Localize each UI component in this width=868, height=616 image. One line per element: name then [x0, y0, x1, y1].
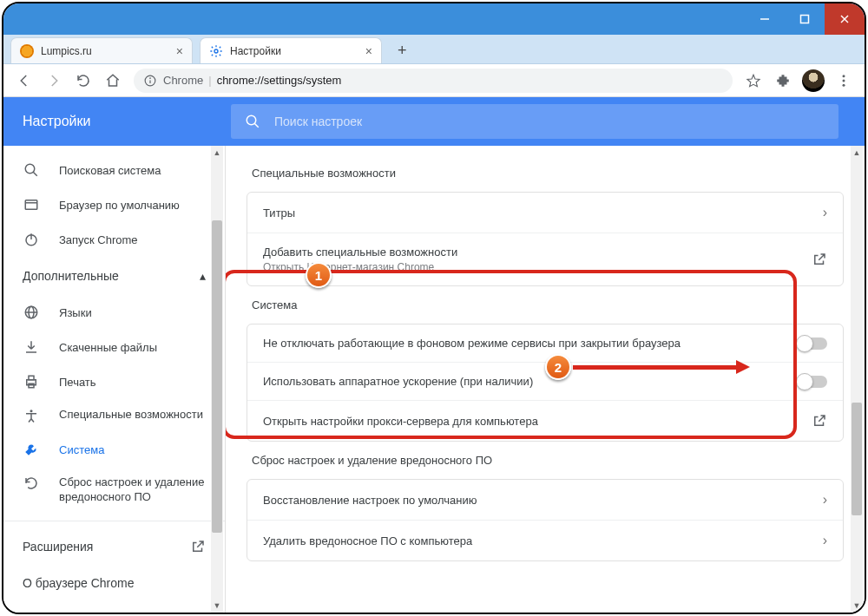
sidebar-item-downloads[interactable]: Скаченные файлы: [3, 330, 225, 364]
page-title: Настройки: [23, 114, 231, 129]
sidebar-label: Печать: [59, 376, 96, 389]
sidebar-scrollbar[interactable]: ▲ ▼: [211, 146, 223, 613]
back-button[interactable]: [10, 67, 38, 95]
tab-title: Настройки: [230, 45, 360, 57]
home-button[interactable]: [99, 67, 127, 95]
omnibox[interactable]: Chrome | chrome://settings/system: [134, 69, 733, 93]
tab-settings[interactable]: Настройки ×: [200, 37, 382, 63]
row-restore-defaults[interactable]: Восстановление настроек по умолчанию ›: [247, 480, 843, 520]
forward-button[interactable]: [40, 67, 68, 95]
toggle-background-apps[interactable]: [798, 337, 827, 350]
svg-rect-15: [25, 200, 37, 210]
svg-point-10: [843, 83, 845, 86]
sidebar-item-default-browser[interactable]: Браузер по умолчанию: [3, 187, 225, 222]
minimize-button[interactable]: [745, 3, 785, 35]
tab-lumpics[interactable]: Lumpics.ru ×: [10, 37, 193, 63]
wrench-icon: [23, 442, 40, 457]
chevron-right-icon: ›: [823, 533, 827, 548]
external-link-icon: [190, 539, 206, 554]
sidebar-item-languages[interactable]: Языки: [3, 295, 225, 330]
sidebar-item-on-startup[interactable]: Запуск Chrome: [3, 222, 225, 257]
sidebar-item-system[interactable]: Система: [3, 432, 225, 467]
svg-point-9: [843, 79, 845, 82]
profile-avatar[interactable]: [802, 69, 825, 92]
svg-line-14: [33, 172, 37, 176]
sidebar-label: Запуск Chrome: [59, 233, 138, 246]
row-cleanup-computer[interactable]: Удалить вредоносное ПО с компьютера ›: [247, 520, 843, 560]
row-sublabel: Открыть Интернет-магазин Chrome: [263, 261, 457, 273]
reset-icon: [23, 475, 40, 491]
section-title-system: Система: [247, 286, 844, 324]
close-button[interactable]: [825, 3, 865, 35]
section-reset: Восстановление настроек по умолчанию › У…: [247, 479, 844, 561]
extensions-button[interactable]: [769, 67, 797, 95]
external-link-icon: [812, 413, 827, 429]
download-icon: [23, 339, 40, 355]
sidebar-link-about[interactable]: О браузере Chrome: [3, 565, 225, 601]
row-add-accessibility[interactable]: Добавить специальные возможности Открыть…: [247, 233, 843, 285]
settings-page: Настройки Поиск настроек Поисковая систе…: [3, 97, 865, 613]
menu-button[interactable]: [830, 67, 858, 95]
row-background-apps[interactable]: Не отключать работающие в фоновом режиме…: [247, 324, 843, 362]
reload-button[interactable]: [69, 67, 97, 95]
settings-search-input[interactable]: Поиск настроек: [231, 104, 838, 139]
section-system: Не отключать работающие в фоновом режиме…: [247, 324, 844, 442]
power-icon: [23, 232, 40, 247]
settings-topbar: Настройки Поиск настроек: [3, 97, 865, 146]
sidebar-label: Скаченные файлы: [59, 341, 157, 354]
sidebar-group-label: Дополнительные: [23, 269, 119, 283]
chevron-right-icon: ›: [823, 205, 827, 220]
section-title-accessibility: Специальные возможности: [247, 154, 844, 192]
globe-icon: [23, 305, 40, 320]
tab-close-icon[interactable]: ×: [365, 44, 372, 58]
row-label: Восстановление настроек по умолчанию: [263, 494, 477, 507]
toggle-hardware-acceleration[interactable]: [798, 376, 827, 388]
panel-scrollbar[interactable]: ▲ ▼: [851, 146, 863, 613]
row-hardware-acceleration[interactable]: Использовать аппаратное ускорение (при н…: [247, 362, 843, 400]
window-titlebar: [3, 3, 865, 35]
omnibox-url: chrome://settings/system: [217, 74, 342, 87]
row-proxy-settings[interactable]: Открыть настройки прокси-сервера для ком…: [247, 400, 843, 441]
accessibility-icon: [23, 408, 40, 423]
print-icon: [23, 374, 40, 390]
external-link-icon: [812, 252, 827, 267]
sidebar-label: Система: [59, 443, 104, 456]
row-label: Добавить специальные возможности: [263, 246, 457, 259]
site-info-icon[interactable]: [144, 75, 156, 87]
sidebar-label: Браузер по умолчанию: [59, 199, 180, 212]
row-label: Использовать аппаратное ускорение (при н…: [263, 375, 533, 388]
settings-panel: Специальные возможности Титры › Добавить…: [226, 146, 865, 613]
svg-rect-23: [29, 376, 34, 380]
sidebar-item-printing[interactable]: Печать: [3, 364, 225, 399]
sidebar-group-advanced[interactable]: Дополнительные ▴: [3, 257, 225, 295]
svg-point-8: [843, 75, 845, 77]
settings-favicon: [209, 44, 223, 58]
chevron-up-icon: ▴: [200, 269, 206, 283]
svg-line-12: [254, 123, 259, 128]
search-icon: [23, 162, 40, 178]
sidebar-item-reset[interactable]: Сброс настроек и удаление вредоносного П…: [3, 467, 225, 514]
sidebar-label: Расширения: [23, 540, 93, 554]
row-captions[interactable]: Титры ›: [247, 193, 843, 233]
sidebar-label: Сброс настроек и удаление вредоносного П…: [59, 475, 206, 505]
sidebar-label: О браузере Chrome: [23, 576, 135, 590]
tabstrip: Lumpics.ru × Настройки × +: [3, 35, 865, 64]
sidebar-link-extensions[interactable]: Расширения: [3, 528, 225, 565]
sidebar-item-search-engine[interactable]: Поисковая система: [3, 153, 225, 187]
tab-title: Lumpics.ru: [41, 45, 171, 57]
tab-close-icon[interactable]: ×: [176, 44, 183, 58]
section-title-reset: Сброс настроек и удаление вредоносного П…: [247, 442, 844, 479]
row-label: Титры: [263, 206, 295, 220]
sidebar-label: Специальные возможности: [59, 408, 203, 423]
lumpics-favicon: [20, 44, 34, 58]
sidebar-item-accessibility[interactable]: Специальные возможности: [3, 399, 225, 432]
svg-point-4: [214, 49, 218, 53]
star-button[interactable]: [740, 67, 767, 95]
browser-icon: [23, 197, 40, 213]
maximize-button[interactable]: [785, 3, 825, 35]
sidebar-label: Языки: [59, 306, 92, 319]
browser-toolbar: Chrome | chrome://settings/system: [3, 64, 865, 97]
new-tab-button[interactable]: +: [389, 38, 416, 63]
svg-rect-1: [801, 16, 809, 23]
svg-point-11: [247, 115, 256, 125]
